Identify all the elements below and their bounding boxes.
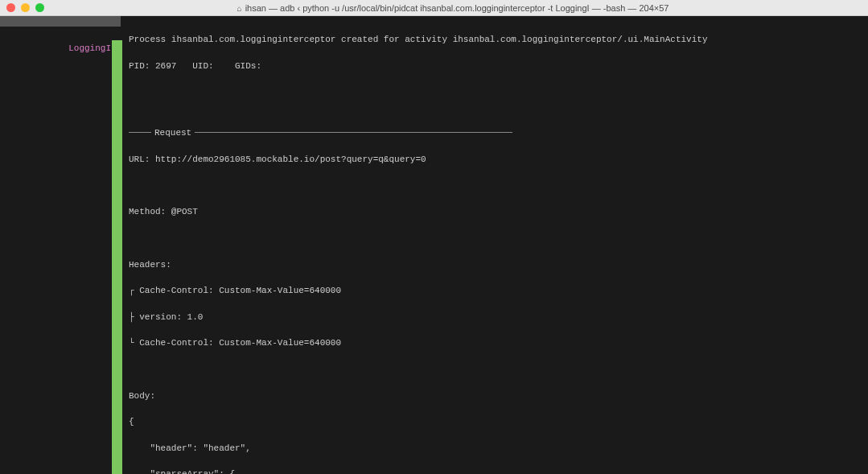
window-title-text: ihsan — adb ‹ python -u /usr/local/bin/p… <box>245 3 669 13</box>
close-window-button[interactable] <box>6 3 15 12</box>
terminal-content[interactable]: Process ihsanbal.com.logginginterceptor … <box>122 16 868 474</box>
request-header-0: ┌ Cache-Control: Custom-Max-Value=640000 <box>129 286 868 295</box>
terminal-body[interactable]: LoggingI Process ihsanbal.com.loggingint… <box>0 16 868 474</box>
gutter: LoggingI <box>0 16 122 474</box>
request-body-1: "header": "header", <box>129 444 868 453</box>
request-header-2: └ Cache-Control: Custom-Max-Value=640000 <box>129 339 868 348</box>
request-body-2: "sparseArray": { <box>129 470 868 474</box>
window-titlebar: ⌂ihsan — adb ‹ python -u /usr/local/bin/… <box>0 0 868 16</box>
blank <box>129 182 868 191</box>
request-headers-label: Headers: <box>129 261 868 270</box>
request-box-header: Request <box>129 129 868 138</box>
pid-line: PID: 2697 UID: GIDs: <box>129 62 868 71</box>
priority-bar <box>112 40 122 474</box>
request-header-1: ├ version: 1.0 <box>129 313 868 322</box>
request-url: URL: http://demo2961085.mockable.io/post… <box>129 155 868 164</box>
minimize-window-button[interactable] <box>21 3 30 12</box>
highlighted-region <box>0 16 121 27</box>
maximize-window-button[interactable] <box>35 3 44 12</box>
blank <box>129 234 868 243</box>
blank <box>129 365 868 374</box>
request-method: Method: @POST <box>129 208 868 216</box>
log-tag: LoggingI <box>68 43 111 53</box>
request-body-label: Body: <box>129 392 868 401</box>
request-label: Request <box>151 129 195 138</box>
request-body-0: { <box>129 418 868 427</box>
window-title: ⌂ihsan — adb ‹ python -u /usr/local/bin/… <box>44 3 862 13</box>
traffic-lights <box>6 3 44 12</box>
process-line: Process ihsanbal.com.logginginterceptor … <box>129 35 868 44</box>
home-icon: ⌂ <box>237 4 242 13</box>
